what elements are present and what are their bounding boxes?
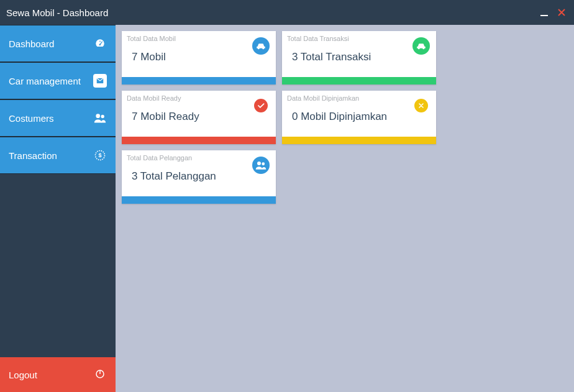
close-icon: [558, 9, 565, 16]
sidebar-item-label: Dashboard: [9, 39, 93, 49]
card-title: Total Data Pelanggan: [127, 154, 192, 162]
card-value: 3 Total Pelanggan: [132, 170, 216, 183]
sidebar-item-dashboard[interactable]: Dashboard: [0, 25, 116, 62]
card-accent-bar: [282, 77, 436, 84]
close-button[interactable]: [553, 4, 570, 21]
svg-point-1: [96, 114, 100, 118]
svg-point-8: [262, 162, 265, 165]
dashboard-content: Total Data Mobil 7 Mobil Total Data Tran…: [116, 25, 574, 392]
card-value: 3 Total Transaksi: [292, 51, 371, 63]
cross-circle-icon: [412, 97, 430, 114]
svg-text:$: $: [98, 152, 101, 158]
sidebar-item-car-management[interactable]: Car management: [0, 62, 116, 99]
card-title: Data Mobil Dipinjamkan: [287, 94, 359, 102]
sidebar-item-label: Transaction: [9, 150, 93, 161]
sidebar: Dashboard Car management Costumers Trans…: [0, 25, 116, 392]
sidebar-item-logout[interactable]: Logout: [0, 357, 116, 392]
envelope-icon: [93, 74, 107, 88]
minimize-icon: [540, 8, 549, 17]
card-accent-bar: [122, 77, 276, 84]
svg-point-2: [101, 115, 104, 118]
card-title: Total Data Mobil: [127, 35, 176, 42]
card-mobil-dipinjamkan: Data Mobil Dipinjamkan 0 Mobil Dipinjamk…: [282, 91, 436, 144]
card-value: 0 Mobil Dipinjamkan: [292, 111, 387, 123]
card-total-mobil: Total Data Mobil 7 Mobil: [122, 31, 276, 84]
app-window: Sewa Mobil - Dashboard Dashboard Car man…: [0, 0, 574, 392]
card-value: 7 Mobil Ready: [132, 111, 199, 123]
minimize-button[interactable]: [535, 4, 553, 21]
sidebar-item-label: Costumers: [9, 113, 93, 124]
sidebar-item-label: Car management: [9, 76, 93, 86]
svg-rect-0: [540, 15, 548, 16]
users-icon: [93, 111, 107, 125]
card-value: 7 Mobil: [132, 51, 166, 63]
window-title: Sewa Mobil - Dashboard: [6, 7, 535, 18]
card-title: Total Data Transaksi: [287, 35, 349, 42]
gauge-icon: [93, 37, 107, 50]
check-circle-icon: [252, 97, 270, 114]
card-accent-bar: [122, 196, 276, 204]
users-icon: [252, 157, 270, 174]
car-icon: [412, 37, 430, 55]
sidebar-spacer: [0, 174, 116, 357]
sidebar-item-transaction[interactable]: Transaction $: [0, 137, 116, 174]
coin-icon: $: [93, 148, 107, 162]
sidebar-item-customers[interactable]: Costumers: [0, 99, 116, 137]
svg-point-7: [257, 162, 261, 165]
card-total-transaksi: Total Data Transaksi 3 Total Transaksi: [282, 31, 436, 84]
power-icon: [94, 368, 107, 381]
card-accent-bar: [282, 137, 436, 144]
card-accent-bar: [122, 137, 276, 144]
card-total-pelanggan: Total Data Pelanggan 3 Total Pelanggan: [122, 150, 276, 204]
card-title: Data Mobil Ready: [127, 94, 181, 102]
card-mobil-ready: Data Mobil Ready 7 Mobil Ready: [122, 91, 276, 144]
app-body: Dashboard Car management Costumers Trans…: [0, 25, 574, 392]
sidebar-item-label: Logout: [9, 370, 94, 380]
car-icon: [252, 37, 270, 55]
title-bar: Sewa Mobil - Dashboard: [0, 0, 574, 25]
